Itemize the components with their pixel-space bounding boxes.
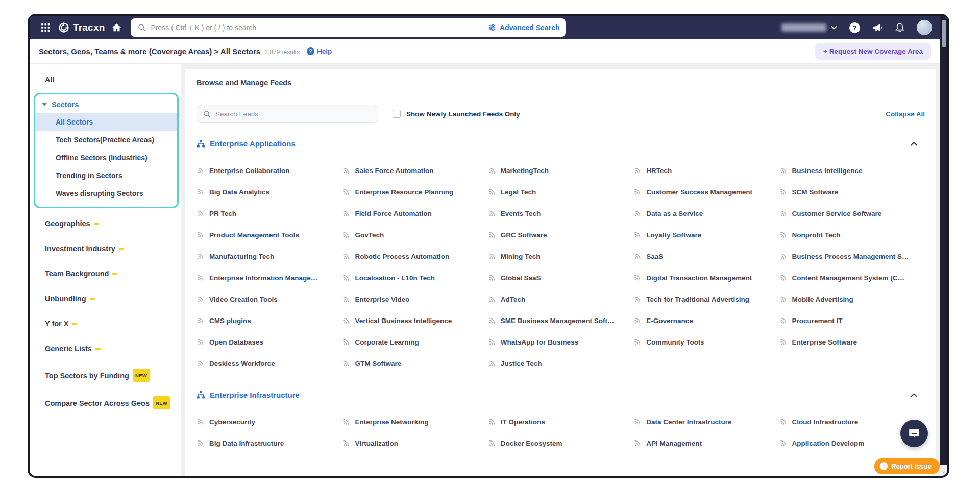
feed-item[interactable]: Docker Ecosystem — [488, 432, 633, 454]
feed-item[interactable]: E-Governance — [633, 310, 779, 331]
feed-item[interactable]: Big Data Analytics — [197, 181, 342, 203]
sidebar-item-sectors[interactable]: Sectors — [35, 99, 177, 113]
feed-item[interactable]: Content Management System (C… — [779, 267, 925, 288]
home-icon[interactable] — [112, 23, 121, 32]
feed-item[interactable]: Field Force Automation — [342, 203, 487, 224]
global-search-input[interactable] — [151, 23, 483, 32]
feed-item[interactable]: Big Data Infrastructure — [197, 432, 342, 454]
feed-item[interactable]: Enterprise Networking — [342, 411, 487, 432]
feed-item[interactable]: Procurement IT — [779, 310, 925, 331]
user-menu[interactable] — [781, 23, 837, 32]
feed-item[interactable]: Corporate Learning — [342, 331, 487, 353]
chat-widget-button[interactable] — [900, 420, 928, 447]
avatar[interactable] — [917, 20, 932, 35]
sidebar-item-generic-lists[interactable]: Generic Lists — [30, 336, 181, 361]
sidebar-item-geographies[interactable]: Geographies — [30, 211, 181, 236]
feed-item[interactable]: Deskless Workforce — [197, 353, 342, 374]
help-icon[interactable]: ? — [849, 22, 860, 33]
feed-item[interactable]: HRTech — [633, 160, 779, 181]
feed-item[interactable]: Enterprise Resource Planning — [342, 181, 487, 203]
feed-item[interactable]: Legal Tech — [488, 181, 633, 203]
feed-item[interactable]: GTM Software — [342, 353, 487, 374]
feed-item[interactable]: Data Center Infrastructure — [633, 411, 779, 432]
sidebar-item-y-for-x[interactable]: Y for X — [30, 311, 181, 336]
feed-item[interactable]: Customer Service Software — [779, 203, 925, 224]
section-title-enterprise-applications[interactable]: Enterprise Applications — [210, 139, 296, 148]
scrollbar-thumb[interactable] — [942, 20, 946, 47]
feed-item[interactable]: Business Process Management S… — [779, 246, 925, 267]
chevron-up-icon[interactable] — [910, 393, 918, 398]
sidebar-subitem-waves-disrupting-sectors[interactable]: Waves disrupting Sectors — [35, 185, 177, 203]
sidebar-item-all[interactable]: All — [30, 69, 181, 90]
feed-item[interactable]: Enterprise Software — [779, 331, 925, 353]
feed-item[interactable]: Enterprise Video — [342, 288, 487, 310]
feed-item[interactable]: Cybersecurity — [197, 411, 342, 432]
announcements-megaphone-icon[interactable] — [872, 23, 883, 32]
feed-item[interactable]: SCM Software — [779, 181, 925, 203]
collapse-all-link[interactable]: Collapse All — [886, 110, 925, 118]
sidebar-item-investment-industry[interactable]: Investment Industry — [30, 236, 181, 261]
newly-launched-filter[interactable]: Show Newly Launched Feeds Only — [393, 110, 520, 118]
feed-item[interactable]: GRC Software — [488, 224, 633, 246]
feed-item[interactable]: IT Operations — [488, 411, 633, 432]
feed-item[interactable]: SaaS — [633, 246, 779, 267]
feed-item[interactable]: Digital Transaction Management — [633, 267, 779, 288]
feed-item[interactable]: Virtualization — [342, 432, 487, 454]
feed-item[interactable]: Loyalty Software — [633, 224, 779, 246]
feed-item[interactable]: WhatsApp for Business — [488, 331, 633, 353]
feed-item[interactable]: Data as a Service — [633, 203, 779, 224]
feed-item[interactable]: Sales Force Automation — [342, 160, 487, 181]
feed-item[interactable]: Enterprise Collaboration — [197, 160, 342, 181]
section-title-enterprise-infrastructure[interactable]: Enterprise Infrastructure — [210, 390, 300, 399]
feed-item[interactable]: Customer Success Management — [633, 181, 779, 203]
help-link[interactable]: ? Help — [307, 47, 332, 55]
rss-icon — [779, 274, 788, 282]
scrollbar-down-arrow[interactable]: ⌄ — [940, 465, 947, 476]
feed-item[interactable]: MarketingTech — [488, 160, 633, 181]
feed-item[interactable]: API Management — [633, 432, 779, 454]
feed-item[interactable]: Justice Tech — [488, 353, 633, 374]
feed-item[interactable]: GovTech — [342, 224, 487, 246]
tracxn-logo[interactable]: Tracxn — [58, 22, 105, 33]
feed-item[interactable]: Global SaaS — [488, 267, 633, 288]
app-grid-icon[interactable] — [41, 23, 50, 32]
notifications-bell-icon[interactable] — [895, 22, 904, 33]
feed-item[interactable]: Enterprise Information Manage… — [197, 267, 342, 288]
global-search[interactable]: Advanced Search — [131, 18, 566, 37]
report-issue-button[interactable]: ! Report Issue — [874, 458, 940, 474]
feed-item[interactable]: Mobile Advertising — [779, 288, 925, 310]
feed-item[interactable]: PR Tech — [197, 203, 342, 224]
feed-item[interactable]: Manufacturing Tech — [197, 246, 342, 267]
sidebar-subitem-trending-in-sectors[interactable]: Trending in Sectors — [35, 167, 177, 185]
feed-item[interactable]: Robotic Process Automation — [342, 246, 487, 267]
request-new-coverage-area-button[interactable]: + Request New Coverage Area — [815, 43, 931, 60]
scrollbar[interactable]: ⌄ — [940, 16, 947, 476]
chevron-up-icon[interactable] — [910, 141, 918, 146]
feed-item[interactable]: CMS plugins — [197, 310, 342, 331]
feed-search-input[interactable] — [215, 110, 372, 118]
sidebar-item-top-sectors-by-funding[interactable]: Top Sectors by FundingNEW — [30, 361, 181, 389]
sidebar-item-team-background[interactable]: Team Background — [30, 261, 181, 286]
sidebar-item-compare-sector-across-geos[interactable]: Compare Sector Across GeosNEW — [30, 389, 181, 416]
feed-item[interactable]: Open Databases — [197, 331, 342, 353]
advanced-search-button[interactable]: Advanced Search — [488, 23, 560, 32]
sidebar-item-unbundling[interactable]: Unbundling — [30, 286, 181, 311]
feed-item[interactable]: AdTech — [488, 288, 633, 310]
feed-item[interactable]: Video Creation Tools — [197, 288, 342, 310]
feed-item[interactable]: Nonprofit Tech — [779, 224, 925, 246]
feed-item[interactable]: Community Tools — [633, 331, 779, 353]
feed-item[interactable]: Vertical Business Intelligence — [342, 310, 487, 331]
feed-item[interactable]: Localisation - L10n Tech — [342, 267, 487, 288]
newly-launched-checkbox[interactable] — [393, 110, 401, 118]
feed-label: Big Data Analytics — [209, 188, 270, 196]
feed-item[interactable]: Product Management Tools — [197, 224, 342, 246]
sidebar-subitem-all-sectors[interactable]: All Sectors — [35, 113, 177, 131]
sidebar-subitem-tech-sectors-practice-areas[interactable]: Tech Sectors(Practice Areas) — [35, 131, 177, 149]
feed-item[interactable]: Mining Tech — [488, 246, 633, 267]
feed-item[interactable]: Events Tech — [488, 203, 633, 224]
feed-item[interactable]: SME Business Management Soft… — [488, 310, 633, 331]
feed-search[interactable] — [197, 105, 378, 123]
sidebar-subitem-offline-sectors-industries[interactable]: Offline Sectors (Industries) — [35, 149, 177, 167]
feed-item[interactable]: Business Intelligence — [779, 160, 925, 181]
feed-item[interactable]: Tech for Traditional Advertising — [633, 288, 779, 310]
